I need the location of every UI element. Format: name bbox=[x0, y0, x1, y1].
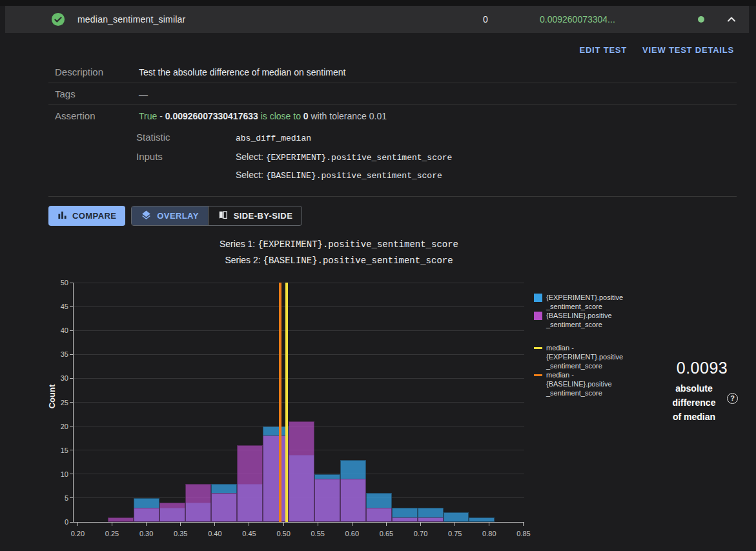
y-tick-label: 40 bbox=[44, 326, 68, 334]
x-tick-mark bbox=[249, 523, 249, 526]
tags-row: Tags — bbox=[48, 83, 737, 105]
y-tick-label: 5 bbox=[44, 494, 68, 502]
side-by-side-toggle-button[interactable]: SIDE-BY-SIDE bbox=[209, 206, 301, 225]
series1-prefix: Series 1: bbox=[220, 239, 255, 249]
x-tick-mark bbox=[214, 523, 215, 526]
compare-button-label: COMPARE bbox=[72, 211, 116, 221]
legend-text-line: _sentiment_score bbox=[546, 302, 637, 311]
legend-text-line: {EXPERIMENT}.positive bbox=[546, 352, 637, 361]
x-tick-mark bbox=[77, 523, 78, 526]
y-tick-label: 50 bbox=[44, 279, 68, 286]
histogram-bar-baseline bbox=[289, 421, 314, 522]
status-dot bbox=[698, 16, 704, 23]
header-stat-value: 0.009260073304... bbox=[540, 14, 615, 25]
y-tick-label: 45 bbox=[44, 303, 68, 310]
x-tick-label: 0.50 bbox=[271, 530, 296, 537]
y-tick-label: 25 bbox=[44, 399, 68, 406]
x-tick-mark bbox=[420, 523, 421, 526]
legend-text-line: median - bbox=[546, 370, 637, 379]
side-by-side-toggle-label: SIDE-BY-SIDE bbox=[234, 211, 292, 221]
legend-text-line: {EXPERIMENT}.positive bbox=[546, 293, 637, 302]
x-tick-mark bbox=[523, 523, 524, 526]
y-tick-label: 30 bbox=[44, 374, 68, 382]
view-test-details-button[interactable]: VIEW TEST DETAILS bbox=[642, 45, 734, 55]
chart-title-line-2: Series 2: {BASELINE}.positive_sentiment_… bbox=[48, 252, 629, 268]
x-tick-mark bbox=[489, 523, 489, 526]
assertion-relation: is close to bbox=[261, 111, 301, 121]
description-label: Description bbox=[55, 66, 139, 77]
histogram-bar-baseline bbox=[392, 517, 418, 522]
inputs-values: Select: {EXPERIMENT}.positive_sentiment_… bbox=[236, 148, 737, 185]
gridline bbox=[74, 330, 524, 331]
median-line-experiment bbox=[285, 283, 288, 522]
median-line-baseline bbox=[279, 283, 281, 522]
help-icon[interactable]: ? bbox=[727, 393, 738, 404]
x-tick-mark bbox=[318, 523, 318, 526]
overlay-toggle-button[interactable]: OVERLAY bbox=[132, 206, 208, 225]
edit-test-button[interactable]: EDIT TEST bbox=[579, 45, 627, 55]
legend-item-median[interactable]: median -{BASELINE}.positive_sentiment_sc… bbox=[534, 370, 637, 397]
test-header-bar[interactable]: median_sentiment_similar 0 0.00926007330… bbox=[5, 6, 749, 33]
x-tick-mark bbox=[146, 523, 147, 526]
x-tick-label: 0.30 bbox=[134, 530, 159, 537]
gridline bbox=[74, 378, 524, 379]
histogram-bar-baseline bbox=[314, 479, 340, 522]
x-tick-mark bbox=[386, 523, 387, 526]
legend-swatch bbox=[534, 312, 542, 320]
series1-code: {EXPERIMENT}.positive_sentiment_score bbox=[258, 239, 458, 250]
y-tick-mark bbox=[70, 402, 73, 403]
legend-item-series[interactable]: {EXPERIMENT}.positive_sentiment_score bbox=[534, 293, 637, 311]
compare-button[interactable]: COMPARE bbox=[48, 206, 125, 226]
y-tick-mark bbox=[70, 283, 73, 283]
y-tick-mark bbox=[70, 354, 73, 355]
x-tick-label: 0.60 bbox=[339, 530, 365, 537]
x-tick-mark bbox=[180, 523, 181, 526]
legend-text-line: {BASELINE}.positive bbox=[546, 379, 637, 388]
histogram-bar-baseline bbox=[159, 503, 185, 522]
description-value: Test the absolute difference of median o… bbox=[139, 67, 737, 77]
y-tick-label: 10 bbox=[44, 470, 68, 478]
x-tick-label: 0.25 bbox=[99, 530, 125, 537]
histogram-bar-baseline bbox=[237, 445, 263, 522]
test-result-panel: median_sentiment_similar 0 0.00926007330… bbox=[0, 0, 756, 551]
gridline bbox=[74, 306, 524, 307]
x-tick-mark bbox=[455, 523, 455, 526]
x-tick-label: 0.55 bbox=[305, 530, 331, 537]
series2-prefix: Series 2: bbox=[225, 255, 260, 265]
view-mode-toggle: OVERLAY SIDE-BY-SIDE bbox=[131, 206, 302, 226]
section-divider bbox=[48, 196, 737, 197]
input-code: {EXPERIMENT}.positive_sentiment_score bbox=[266, 153, 453, 163]
x-tick-label: 0.75 bbox=[442, 530, 468, 537]
gridline bbox=[74, 402, 524, 403]
x-tick-mark bbox=[283, 523, 284, 526]
side-by-side-icon bbox=[218, 210, 229, 223]
input-prefix: Select: bbox=[236, 152, 263, 162]
assertion-label: Assertion bbox=[55, 110, 139, 121]
x-tick-label: 0.45 bbox=[236, 530, 262, 537]
stat-label: absolute difference of median bbox=[649, 381, 739, 424]
legend-item-series[interactable]: {BASELINE}.positive_sentiment_score bbox=[534, 311, 637, 329]
tags-value: — bbox=[139, 89, 737, 99]
bar-chart-icon bbox=[57, 210, 67, 222]
legend-text-line: median - bbox=[546, 343, 637, 352]
stat-label-line: of median bbox=[649, 410, 739, 424]
histogram-bar-baseline bbox=[366, 508, 392, 522]
stat-label-line: difference bbox=[649, 396, 739, 410]
tags-label: Tags bbox=[55, 88, 139, 99]
actions-row: EDIT TEST VIEW TEST DETAILS bbox=[579, 45, 734, 55]
statistic-label: Statistic bbox=[136, 132, 236, 143]
collapse-chevron-up-icon[interactable] bbox=[724, 12, 739, 27]
legend-item-median[interactable]: median -{EXPERIMENT}.positive_sentiment_… bbox=[534, 343, 637, 370]
gridline bbox=[74, 283, 524, 283]
layers-icon bbox=[141, 210, 152, 223]
histogram-bar-baseline bbox=[418, 517, 444, 522]
x-tick-label: 0.65 bbox=[373, 530, 399, 537]
assertion-row: Assertion True - 0.00926007330417633 is … bbox=[48, 105, 737, 126]
y-tick-mark bbox=[70, 450, 73, 450]
header-count-value: 0 bbox=[483, 14, 488, 25]
chart-title-line-1: Series 1: {EXPERIMENT}.positive_sentimen… bbox=[48, 236, 629, 252]
y-tick-mark bbox=[70, 474, 73, 474]
y-tick-label: 35 bbox=[44, 350, 68, 358]
histogram-bar-baseline bbox=[340, 479, 366, 522]
description-row: Description Test the absolute difference… bbox=[48, 61, 737, 83]
